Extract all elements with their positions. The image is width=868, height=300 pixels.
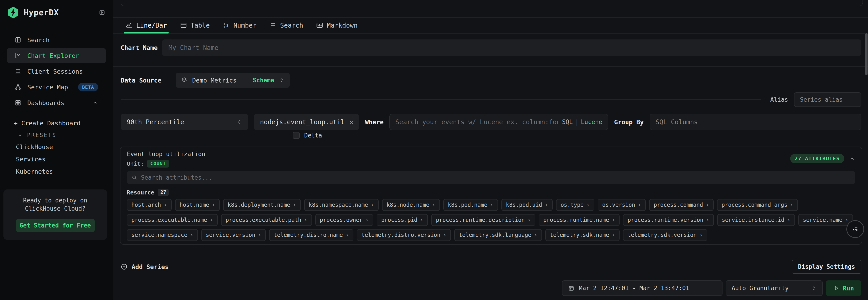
- tab-markdown[interactable]: Markdown: [316, 18, 358, 33]
- previous-panel-edge: [121, 0, 863, 6]
- search-icon: [131, 174, 137, 181]
- attribute-chip-label: telemetry.distro.name: [274, 232, 343, 238]
- chart-name-input[interactable]: [168, 44, 855, 52]
- sidebar-collapse-icon[interactable]: [99, 9, 105, 16]
- data-source-select[interactable]: Demo Metrics Schema: [176, 73, 290, 88]
- sidebar-item-service-map[interactable]: Service Map BETA: [7, 80, 106, 94]
- sidebar-item-chart-explorer[interactable]: Chart Explorer: [7, 48, 106, 63]
- attribute-chip[interactable]: process.runtime.name ›: [539, 214, 620, 226]
- data-source-row: Data Source Demo Metrics Schema: [121, 73, 861, 88]
- attribute-search-input[interactable]: [141, 174, 851, 181]
- attribute-chip[interactable]: k8s.deployment.name ›: [223, 199, 301, 211]
- unit-label: Unit:: [127, 161, 144, 167]
- aggregation-select[interactable]: 90th Percentile: [121, 114, 248, 130]
- close-icon[interactable]: ✕: [349, 118, 353, 126]
- attribute-chip[interactable]: process.command ›: [649, 199, 714, 211]
- preset-item[interactable]: Kubernetes: [0, 165, 113, 178]
- attribute-chip[interactable]: process.executable.path ›: [221, 214, 312, 226]
- alias-input[interactable]: [800, 96, 856, 103]
- updown-chevron-icon: [811, 285, 817, 291]
- attribute-chip-label: process.command_args: [721, 202, 787, 208]
- tab-number[interactable]: 123 Number: [223, 18, 256, 33]
- metric-field-chip[interactable]: nodejs.event_loop.util ✕: [254, 114, 359, 130]
- attribute-chip-label: k8s.pod.name: [448, 202, 487, 208]
- presets-label: PRESETS: [27, 132, 57, 138]
- attribute-chip[interactable]: process.runtime.description ›: [431, 214, 535, 226]
- svg-text:3: 3: [226, 24, 228, 27]
- attribute-chip[interactable]: telemetry.distro.version ›: [357, 229, 451, 241]
- sidebar-item-label: Client Sessions: [27, 68, 83, 75]
- chevron-right-icon: ›: [164, 202, 167, 208]
- schema-button[interactable]: Schema: [253, 77, 274, 84]
- filter-shortcut-button[interactable]: [846, 220, 864, 238]
- resource-group-row: Resource 27: [127, 189, 855, 196]
- sidebar-item-client-sessions[interactable]: Client Sessions: [7, 64, 106, 79]
- attribute-chip[interactable]: process.runtime.version ›: [623, 214, 714, 226]
- attribute-chip[interactable]: service.namespace ›: [127, 229, 198, 241]
- updown-chevron-icon: [279, 77, 285, 83]
- table-icon: [180, 22, 187, 29]
- display-settings-button[interactable]: Display Settings: [792, 260, 861, 274]
- delta-checkbox[interactable]: [293, 132, 300, 139]
- preset-item[interactable]: Services: [0, 153, 113, 165]
- number-123-icon: 123: [223, 22, 230, 29]
- attribute-chip-label: host.name: [180, 202, 209, 208]
- attribute-chip[interactable]: telemetry.sdk.name ›: [545, 229, 620, 241]
- where-search-input[interactable]: [395, 118, 558, 126]
- attribute-chip-label: telemetry.sdk.name: [550, 232, 609, 238]
- circle-plus-icon: [121, 263, 127, 270]
- attribute-chip[interactable]: host.name ›: [175, 199, 220, 211]
- aggregation-value: 90th Percentile: [127, 118, 184, 126]
- add-series-button[interactable]: Add Series: [121, 263, 169, 270]
- attribute-chip[interactable]: k8s.pod.uid ›: [501, 199, 553, 211]
- chevron-right-icon: ›: [293, 202, 296, 208]
- tab-line-bar[interactable]: Line/Bar: [126, 18, 167, 33]
- attribute-chip[interactable]: k8s.namespace.name ›: [304, 199, 379, 211]
- chart-name-field: [162, 39, 861, 56]
- logo-row: HyperDX: [0, 0, 113, 25]
- laptop-icon: [14, 68, 22, 75]
- attribute-chip[interactable]: k8s.pod.name ›: [443, 199, 498, 211]
- alias-divider: [121, 100, 761, 100]
- attribute-chip[interactable]: telemetry.distro.name ›: [269, 229, 353, 241]
- attribute-chip-label: process.executable.path: [226, 217, 301, 223]
- group-by-label: Group By: [614, 118, 644, 126]
- attribute-chip[interactable]: process.owner ›: [315, 214, 373, 226]
- tab-search[interactable]: Search: [270, 18, 303, 33]
- attribute-chip[interactable]: os.type ›: [556, 199, 594, 211]
- attribute-chip[interactable]: service.name ›: [798, 214, 853, 226]
- presets-header[interactable]: PRESETS: [17, 130, 106, 141]
- attribute-chip[interactable]: telemetry.sdk.language ›: [454, 229, 542, 241]
- sidebar-item-search[interactable]: Search: [7, 32, 106, 48]
- attribute-chip[interactable]: k8s.node.name ›: [382, 199, 440, 211]
- service-map-icon: [14, 84, 22, 90]
- attribute-chip[interactable]: process.command_args ›: [717, 199, 798, 211]
- collapse-panel-button[interactable]: [849, 156, 855, 162]
- chevron-right-icon: ›: [612, 232, 615, 238]
- panel-header: Event loop utilization Unit: COUNT 27 AT…: [127, 150, 855, 168]
- attribute-chip[interactable]: host.arch ›: [127, 199, 172, 211]
- create-dashboard-button[interactable]: + Create Dashboard: [14, 117, 106, 129]
- get-started-button[interactable]: Get Started for Free: [16, 219, 95, 232]
- sql-lucene-toggle[interactable]: SQL|Lucene: [562, 118, 602, 126]
- run-button[interactable]: Run: [826, 280, 861, 296]
- list-icon: [270, 22, 276, 29]
- metric-attributes-panel: Event loop utilization Unit: COUNT 27 AT…: [120, 146, 862, 245]
- attribute-chip[interactable]: telemetry.sdk.version ›: [623, 229, 707, 241]
- group-by-input[interactable]: [656, 118, 856, 126]
- attribute-chip[interactable]: process.executable.name ›: [127, 214, 218, 226]
- attribute-chip[interactable]: service.version ›: [201, 229, 266, 241]
- attribute-chip[interactable]: os.version ›: [598, 199, 646, 211]
- attribute-chip[interactable]: process.pid ›: [377, 214, 428, 226]
- sidebar-item-dashboards[interactable]: Dashboards: [7, 95, 106, 110]
- attribute-chip-label: process.pid: [381, 217, 417, 223]
- attribute-chip[interactable]: service.instance.id ›: [717, 214, 795, 226]
- scrollbar[interactable]: [865, 33, 868, 75]
- filter-list-icon: [851, 225, 859, 233]
- chevron-right-icon: ›: [545, 202, 548, 208]
- tab-table[interactable]: Table: [180, 18, 210, 33]
- attribute-chip-label: os.version: [602, 202, 635, 208]
- time-range-picker[interactable]: 1 Mar 2 12:47:01 - Mar 2 13:47:01: [562, 280, 722, 296]
- preset-item[interactable]: ClickHouse: [0, 141, 113, 153]
- granularity-select[interactable]: Auto Granularity: [726, 280, 823, 296]
